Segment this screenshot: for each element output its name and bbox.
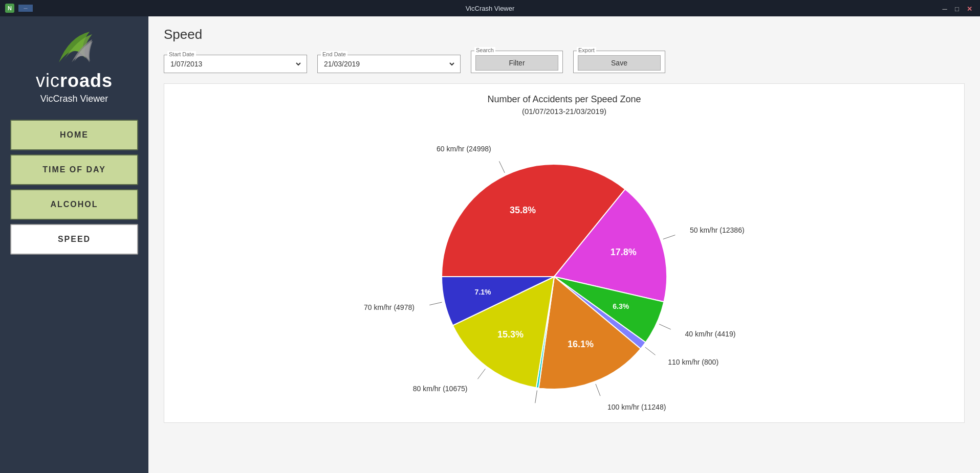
pie-outer-label-6: 80 km/hr (10675) xyxy=(412,385,467,393)
start-date-select[interactable]: 1/07/2013 xyxy=(168,57,302,71)
main-content: Speed Start Date 1/07/2013 End Date 21/0… xyxy=(148,16,980,473)
chart-container: Number of Accidents per Speed Zone (01/0… xyxy=(164,83,965,423)
pie-label-pct-2: 6.3% xyxy=(613,302,629,310)
pie-chart-svg: 35.8%60 km/hr (24998)17.8%50 km/hr (1238… xyxy=(334,126,795,412)
chart-subtitle: (01/07/2013-21/03/2019) xyxy=(522,107,606,116)
titlebar-controls: ─ □ ✕ xyxy=(940,4,974,13)
nav-home-btn[interactable]: HOME xyxy=(10,120,138,150)
pie-line-6 xyxy=(477,369,485,379)
end-date-group: End Date 21/03/2019 xyxy=(317,55,461,73)
end-date-label: End Date xyxy=(321,51,347,57)
chart-title: Number of Accidents per Speed Zone xyxy=(487,94,641,105)
pie-outer-label-3: 110 km/hr (800) xyxy=(668,358,718,366)
pie-label-pct-6: 15.3% xyxy=(497,329,523,340)
logo-area: vicroads VicCrash Viewer xyxy=(36,27,113,104)
start-date-label: Start Date xyxy=(167,51,196,57)
pie-outer-label-2: 40 km/hr (4419) xyxy=(685,330,735,338)
pie-line-0 xyxy=(499,161,505,173)
window-maximize-btn[interactable]: □ xyxy=(952,4,962,13)
titlebar-left: N ─ xyxy=(5,4,33,13)
filter-bar: Start Date 1/07/2013 End Date 21/03/2019… xyxy=(164,51,965,73)
pie-label-pct-4: 16.1% xyxy=(567,339,593,349)
app-subtitle: VicCrash Viewer xyxy=(40,94,108,104)
search-group: Search Filter xyxy=(471,51,563,73)
pie-label-pct-7: 7.1% xyxy=(474,288,491,296)
pie-line-4 xyxy=(595,384,600,396)
pie-outer-label-5: 90 km/hr (246) xyxy=(484,411,530,412)
pie-outer-label-7: 70 km/hr (4978) xyxy=(364,303,415,311)
brand-name: vicroads xyxy=(36,70,113,92)
pie-outer-label-0: 60 km/hr (24998) xyxy=(437,145,491,153)
pie-line-1 xyxy=(663,235,675,239)
pie-label-pct-1: 17.8% xyxy=(610,247,636,257)
start-date-group: Start Date 1/07/2013 xyxy=(164,55,307,73)
export-label: Export xyxy=(577,47,596,53)
export-group: Export Save xyxy=(573,51,665,73)
filter-button[interactable]: Filter xyxy=(475,55,558,71)
pie-outer-label-4: 100 km/hr (11248) xyxy=(607,403,665,411)
nav-timeofday-btn[interactable]: TIME OF DAY xyxy=(10,154,138,185)
search-label: Search xyxy=(474,47,495,53)
titlebar-title: VicCrash Viewer xyxy=(466,5,515,12)
app-icon: N xyxy=(5,4,14,13)
pie-line-3 xyxy=(645,347,655,355)
nav-speed-btn[interactable]: SPEED xyxy=(10,224,138,255)
window-close-btn[interactable]: ✕ xyxy=(965,4,974,13)
pie-line-2 xyxy=(659,324,670,329)
pie-outer-label-1: 50 km/hr (12386) xyxy=(689,226,744,234)
logo-svg xyxy=(43,27,105,67)
nav-buttons: HOME TIME OF DAY ALCOHOL SPEED xyxy=(10,120,138,259)
pie-line-7 xyxy=(429,302,442,305)
end-date-select[interactable]: 21/03/2019 xyxy=(322,57,456,71)
pie-line-5 xyxy=(535,390,537,403)
page-title: Speed xyxy=(164,27,965,42)
titlebar: N ─ VicCrash Viewer ─ □ ✕ xyxy=(0,0,980,16)
pie-label-pct-0: 35.8% xyxy=(509,205,535,215)
window-minimize-btn[interactable]: ─ xyxy=(940,4,949,13)
save-button[interactable]: Save xyxy=(578,55,661,71)
sidebar: vicroads VicCrash Viewer HOME TIME OF DA… xyxy=(0,16,148,473)
pie-wrapper: 35.8%60 km/hr (24998)17.8%50 km/hr (1238… xyxy=(334,126,795,412)
minimize-btn[interactable]: ─ xyxy=(18,5,33,12)
nav-alcohol-btn[interactable]: ALCOHOL xyxy=(10,189,138,220)
